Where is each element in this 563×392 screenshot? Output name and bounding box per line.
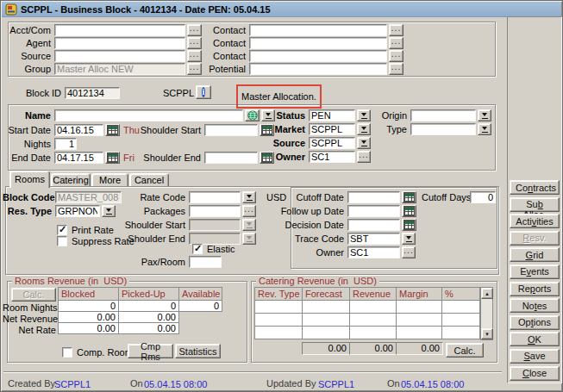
status-dropdown-button[interactable] (357, 109, 371, 121)
contact-3-lov-button ellipsis-icon[interactable] (389, 50, 403, 62)
sidebar-button-options[interactable]: Options (510, 315, 560, 330)
status-input[interactable] (309, 109, 355, 121)
potential-lov-button ellipsis-icon[interactable] (389, 63, 403, 75)
market-input[interactable] (309, 123, 355, 135)
agent-lov-button ellipsis-icon[interactable] (187, 37, 202, 49)
packages-input[interactable] (189, 205, 241, 217)
agent-input[interactable] (54, 37, 185, 49)
catering-revenue-cell[interactable] (254, 326, 303, 339)
scroll-down-button scroll-down-icon[interactable]: ▼ (481, 328, 493, 339)
rooms-shoulder-end-dropdown-button[interactable] (242, 233, 256, 245)
rooms-shoulder-start-input[interactable] (189, 219, 241, 231)
catering-revenue-cell[interactable] (254, 300, 303, 314)
rooms-shoulder-start-dropdown-button[interactable] (242, 219, 256, 231)
decision-date-calendar-button[interactable] (402, 219, 416, 231)
contact-3-input[interactable] (249, 50, 387, 62)
tab-rooms[interactable]: Rooms (9, 171, 50, 188)
rate-code-dropdown-button[interactable] (242, 191, 256, 203)
tab-cancel[interactable]: Cancel (129, 173, 169, 186)
sidebar-button-save[interactable]: Save (510, 349, 560, 364)
source-dropdown-button[interactable] (357, 137, 371, 149)
rooms-calc-button[interactable]: Calc. (11, 288, 56, 302)
block-id-input[interactable] (65, 87, 120, 99)
catering-revenue-cell[interactable] (441, 326, 480, 339)
tab-more[interactable]: More (91, 173, 128, 186)
catering-revenue-cell[interactable] (302, 326, 350, 339)
sidebar-button-grid[interactable]: Grid (510, 247, 560, 262)
comp-rooms-checkbox[interactable] (62, 347, 72, 358)
catering-revenue-cell[interactable] (441, 300, 480, 314)
catering-revenue-cell[interactable] (396, 326, 442, 339)
catering-revenue-cell[interactable] (302, 313, 350, 327)
sidebar-button-resv[interactable]: Resv. (510, 231, 560, 246)
sidebar-button-events[interactable]: Events (510, 264, 560, 279)
rate-code-input[interactable] (189, 191, 241, 203)
source-input[interactable] (54, 50, 185, 62)
sidebar-button-activities[interactable]: Activities (510, 214, 560, 228)
rooms-owner-lov-button ellipsis-icon[interactable] (402, 246, 416, 258)
end-date-input[interactable] (54, 152, 103, 164)
trace-code-input[interactable] (347, 233, 400, 245)
catering-revenue-cell[interactable] (302, 300, 350, 314)
res-type-input[interactable] (55, 205, 100, 217)
statistics-button[interactable]: Statistics (175, 344, 221, 358)
packages-lov-button ellipsis-icon[interactable] (242, 205, 256, 217)
catering-revenue-cell[interactable] (349, 300, 397, 314)
cutoff-date-calendar-button[interactable] (402, 191, 416, 203)
type-input[interactable] (410, 123, 476, 135)
contact-1-input[interactable] (249, 24, 387, 36)
tab-catering[interactable]: Catering (51, 173, 91, 186)
name-input[interactable] (54, 109, 243, 121)
sidebar-button-notes[interactable]: Notes (510, 298, 560, 313)
market-dropdown-button[interactable] (357, 123, 371, 135)
shoulder-end-input[interactable] (204, 152, 258, 164)
catering-revenue-cell[interactable] (396, 300, 442, 314)
catering-revenue-cell[interactable] (396, 313, 442, 327)
type-dropdown-button[interactable] (478, 123, 491, 135)
shoulder-start-input[interactable] (204, 124, 258, 136)
origin-dropdown-button[interactable] (478, 109, 491, 121)
sidebar-button-sub-alloc[interactable]: Sub Alloc. (510, 197, 560, 212)
group-input[interactable] (54, 63, 185, 75)
rooms-owner-input[interactable] (347, 246, 400, 258)
origin-input[interactable] (410, 109, 476, 121)
source-lov-button ellipsis-icon[interactable] (187, 50, 202, 62)
contact-1-lov-button ellipsis-icon[interactable] (389, 24, 403, 36)
catering-calc-button[interactable]: Calc. (446, 343, 484, 358)
cmp-rms-button[interactable]: Cmp Rms (128, 344, 173, 358)
owner-lov-button ellipsis-icon[interactable] (357, 151, 371, 163)
owner-input[interactable] (309, 151, 355, 163)
decision-date-input[interactable] (347, 219, 400, 231)
cutoff-date-input[interactable] (347, 191, 400, 203)
follow-up-date-input[interactable] (347, 205, 400, 217)
trace-code-dropdown-button[interactable] (402, 233, 416, 245)
catering-revenue-cell[interactable] (254, 313, 303, 327)
follow-up-date-calendar-button[interactable] (402, 205, 416, 217)
acct-com-lov-button ellipsis-icon[interactable] (187, 24, 202, 36)
pax-room-input[interactable] (189, 256, 222, 268)
end-date-calendar-button[interactable] (105, 152, 120, 164)
group-lov-button ellipsis-icon[interactable] (187, 63, 202, 75)
potential-input[interactable] (249, 63, 387, 75)
contact-2-lov-button ellipsis-icon[interactable] (389, 37, 403, 49)
block-code-input[interactable] (55, 191, 122, 203)
print-rate-checkbox[interactable] (57, 225, 67, 235)
start-date-calendar-button[interactable] (105, 124, 120, 136)
source-code-input[interactable] (309, 137, 355, 149)
catering-revenue-cell[interactable] (349, 313, 397, 327)
scroll-up-button scroll-up-icon[interactable]: ▲ (481, 288, 493, 299)
elastic-checkbox[interactable] (192, 244, 203, 254)
contact-2-input[interactable] (249, 37, 387, 49)
nights-input[interactable] (54, 138, 77, 150)
start-date-input[interactable] (54, 124, 103, 136)
sidebar-button-contracts[interactable]: Contracts (510, 180, 560, 195)
property-info-button[interactable]: i (196, 85, 211, 99)
catering-revenue-cell[interactable] (349, 326, 397, 339)
acct-com-input[interactable] (54, 24, 185, 36)
sidebar-button-close[interactable]: Close (510, 366, 560, 381)
sidebar-button-reports[interactable]: Reports (510, 282, 560, 296)
suppress-rate-checkbox[interactable] (57, 236, 67, 246)
cutoff-days-input[interactable] (470, 191, 496, 203)
name-globe-button[interactable] (245, 109, 260, 121)
catering-revenue-cell[interactable] (441, 313, 480, 327)
